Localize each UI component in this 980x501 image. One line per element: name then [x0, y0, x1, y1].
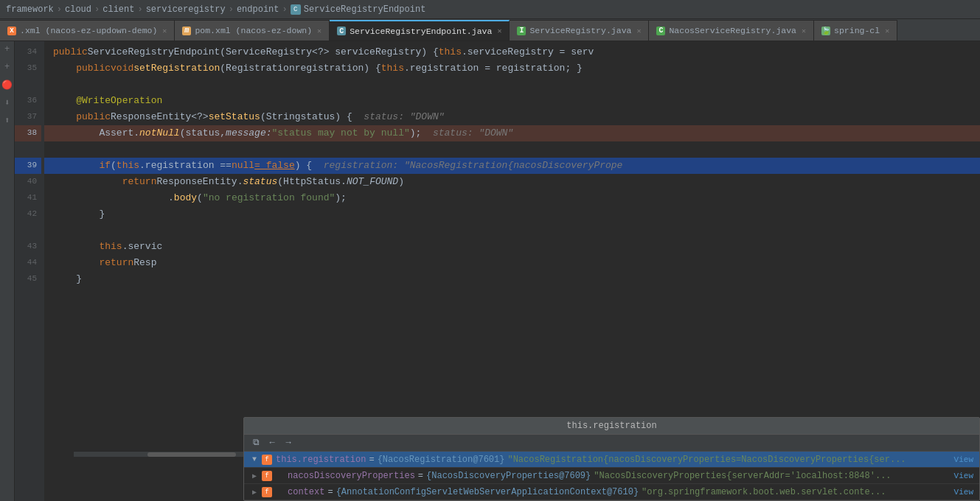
- tab-sre[interactable]: C ServiceRegistryEndpoint.java ✕: [330, 20, 510, 41]
- debug-toolbar-back-icon[interactable]: ←: [266, 437, 278, 449]
- breadcrumb-serviceregistry[interactable]: serviceregistry: [146, 4, 226, 15]
- sidebar-icon-add[interactable]: +: [1, 44, 13, 56]
- debug-row-3-value: "org.springframework.boot.web.servlet.co…: [642, 487, 886, 497]
- gutter-line-14: 44: [15, 255, 41, 271]
- debug-row-context[interactable]: ▶ f context = {AnnotationConfigServletWe…: [244, 484, 979, 500]
- left-sidebar: + + 🔴 ⬇ ⬆: [0, 41, 15, 501]
- tab-sr-close[interactable]: ✕: [636, 27, 641, 35]
- debug-row-3-icon: f: [262, 487, 272, 497]
- gutter-line-2: 35: [15, 60, 41, 77]
- code-line-36: @WriteOperation: [44, 93, 980, 109]
- code-line-42: }: [44, 206, 980, 223]
- gutter-line-13: 43: [15, 239, 41, 255]
- sidebar-icon-add2[interactable]: +: [1, 62, 13, 74]
- debug-row-1-name: this.registration: [276, 455, 366, 465]
- debug-row-2-arrow: ▶: [250, 472, 259, 480]
- line-number-gutter: 34 35 36 37 38 39 40 41 42 43 44 45: [15, 41, 44, 501]
- java-green-icon-nacos: C: [656, 27, 665, 35]
- debug-panel-title: this.registration: [244, 418, 979, 435]
- breadcrumb-class-label: ServiceRegistryEndpoint: [304, 4, 426, 15]
- debug-row-2-eq: =: [418, 471, 423, 481]
- code-line-empty1: [44, 77, 980, 93]
- tab-sr[interactable]: I ServiceRegistry.java ✕: [510, 20, 649, 41]
- breadcrumb-framework[interactable]: framework: [6, 4, 54, 15]
- tab-xml-close[interactable]: ✕: [162, 27, 167, 35]
- debug-row-1-view[interactable]: View: [954, 455, 973, 464]
- code-line-45: }: [44, 271, 980, 287]
- breadcrumb-cloud[interactable]: cloud: [65, 4, 91, 15]
- debug-row-nacos-props[interactable]: ▶ f nacosDiscoveryProperties = {NacosDis…: [244, 468, 979, 484]
- breadcrumb-sep-5: ›: [282, 4, 288, 15]
- debug-toolbar-forward-icon[interactable]: →: [282, 437, 294, 449]
- java-blue-icon-sre: C: [337, 27, 346, 35]
- gutter-line-10: 41: [15, 190, 41, 206]
- sidebar-icon-debug[interactable]: 🔴: [1, 80, 13, 91]
- code-line-39: if ( this .registration == null = false …: [44, 158, 980, 174]
- tab-pom-close[interactable]: ✕: [317, 27, 322, 35]
- gutter-line-8: 39: [15, 158, 41, 174]
- xml-icon: x: [7, 27, 16, 35]
- debug-row-2-ref: {NacosDiscoveryProperties@7609}: [426, 471, 591, 481]
- sidebar-icon-up[interactable]: ⬆: [1, 115, 13, 127]
- breadcrumb-framework-label: framework: [6, 4, 54, 15]
- breadcrumb-cloud-label: cloud: [65, 4, 91, 15]
- code-line-empty3: [44, 223, 980, 239]
- breadcrumb-endpoint[interactable]: endpoint: [237, 4, 279, 15]
- breadcrumb-class-icon: C: [291, 4, 304, 15]
- spring-icon: 🍃: [821, 27, 830, 35]
- tab-bar: x .xml (nacos-ez-updown-demo) ✕ m pom.xm…: [0, 19, 980, 41]
- debug-row-3-name: context: [288, 487, 324, 497]
- breadcrumb-serviceregistry-label: serviceregistry: [146, 4, 226, 15]
- class-icon: C: [291, 4, 301, 15]
- debug-row-registration[interactable]: ▼ f this.registration = {NacosRegistrati…: [244, 452, 979, 468]
- tab-sre-label: ServiceRegistryEndpoint.java: [350, 27, 492, 36]
- tab-sre-close[interactable]: ✕: [497, 27, 501, 35]
- breadcrumb-class[interactable]: ServiceRegistryEndpoint: [304, 4, 426, 15]
- breadcrumb-bar: framework › cloud › client › serviceregi…: [0, 0, 980, 19]
- gutter-line-6: 38: [15, 125, 41, 141]
- debug-title-text: this.registration: [566, 421, 656, 431]
- code-editor[interactable]: public ServiceRegistryEndpoint ( Service…: [44, 41, 980, 501]
- debug-row-2-icon: f: [262, 471, 272, 481]
- code-line-empty2: [44, 141, 980, 158]
- tab-nacos[interactable]: C NacosServiceRegistry.java ✕: [649, 20, 814, 41]
- breadcrumb-endpoint-label: endpoint: [237, 4, 279, 15]
- breadcrumb-client-label: client: [102, 4, 134, 15]
- tab-spring-close[interactable]: ✕: [885, 27, 889, 35]
- tab-xml[interactable]: x .xml (nacos-ez-updown-demo) ✕: [0, 20, 175, 41]
- gutter-line-3: [15, 77, 41, 93]
- debug-row-3-view[interactable]: View: [954, 488, 973, 497]
- debug-row-1-eq: =: [369, 455, 374, 465]
- debug-row-3-ref: {AnnotationConfigServletWebServerApplica…: [336, 487, 639, 497]
- gutter-line-4: 36: [15, 93, 41, 109]
- code-line-37: public ResponseEntity <?> setStatus ( St…: [44, 109, 980, 125]
- scrollbar-thumb[interactable]: [147, 452, 236, 457]
- tab-nacos-close[interactable]: ✕: [802, 27, 806, 35]
- debug-toolbar-copy-icon[interactable]: ⧉: [250, 437, 262, 449]
- gutter-line-9: 40: [15, 174, 41, 190]
- breadcrumb-sep-3: ›: [137, 4, 142, 15]
- code-line-40: return ResponseEntity . status ( HttpSta…: [44, 174, 980, 190]
- debug-row-2-view[interactable]: View: [954, 472, 973, 480]
- breadcrumb-client[interactable]: client: [102, 4, 134, 15]
- sidebar-icon-down[interactable]: ⬇: [1, 97, 13, 109]
- debug-variable-rows: ▼ f this.registration = {NacosRegistrati…: [244, 452, 979, 500]
- debug-tooltip-panel: this.registration ⧉ ← → ▼ f this.registr…: [243, 417, 980, 501]
- debug-row-1-arrow: ▼: [250, 455, 259, 464]
- debug-row-3-arrow: ▶: [250, 488, 259, 497]
- gutter-line-11: 42: [15, 206, 41, 223]
- java-green-icon-sr: I: [517, 27, 526, 35]
- main-area: + + 🔴 ⬇ ⬆ 34 35 36 37 38 39 40 41 42 43 …: [0, 41, 980, 501]
- tab-spring[interactable]: 🍃 spring-cl ✕: [814, 20, 897, 41]
- debug-row-2-value: "NacosDiscoveryProperties{serverAddr='lo…: [594, 471, 891, 481]
- tab-xml-label: .xml (nacos-ez-updown-demo): [20, 26, 157, 35]
- breadcrumb-sep-4: ›: [229, 4, 234, 15]
- code-line-44: return Resp: [44, 255, 980, 271]
- tab-spring-label: spring-cl: [834, 26, 880, 35]
- debug-row-1-value: "NacosRegistration{nacosDiscoveryPropert…: [507, 455, 906, 465]
- tab-sr-label: ServiceRegistry.java: [529, 26, 631, 35]
- tab-pom[interactable]: m pom.xml (nacos-ez-down) ✕: [175, 20, 330, 41]
- code-line-35: public void setRegistration ( Registrati…: [44, 60, 980, 77]
- code-line-43: this .servic: [44, 239, 980, 255]
- tab-nacos-label: NacosServiceRegistry.java: [669, 26, 796, 35]
